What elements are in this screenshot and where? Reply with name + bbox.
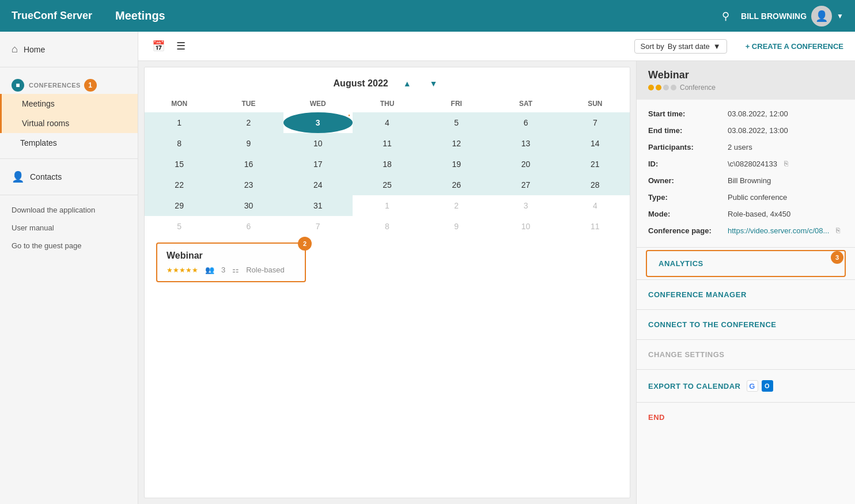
calendar-panel: August 2022 ▲ ▼ MONTUEWEDTHUFRISATSUN 12… (144, 67, 630, 498)
export-calendar-btn[interactable]: EXPORT TO CALENDAR G O (637, 372, 855, 400)
participants-count: 3 (221, 266, 225, 274)
calendar-day[interactable]: 7 (283, 216, 353, 237)
calendar-day[interactable]: 8 (145, 133, 214, 154)
list-view-btn[interactable]: ☰ (174, 37, 188, 55)
outlook-icon[interactable]: O (762, 380, 773, 392)
calendar-day[interactable]: 3 (491, 195, 560, 216)
type-value: Public conference (728, 193, 787, 202)
calendar-day[interactable]: 4 (561, 195, 630, 216)
calendar-day[interactable]: 8 (353, 216, 422, 237)
create-conference-btn[interactable]: + CREATE A CONFERENCE (746, 42, 843, 51)
calendar-week-row: 891011121314 (145, 133, 630, 154)
calendar-day[interactable]: 5 (145, 216, 214, 237)
cal-day-header: FRI (422, 95, 491, 112)
event-stars: ★★★★★ (167, 266, 198, 274)
change-settings-btn[interactable]: CHANGE SETTINGS (637, 342, 855, 367)
sidebar-item-templates[interactable]: Templates (0, 133, 138, 153)
calendar-day[interactable]: 28 (561, 175, 630, 195)
calendar-week-row: 22232425262728 (145, 175, 630, 195)
connect-btn[interactable]: CONNECT TO THE CONFERENCE (637, 312, 855, 337)
calendar-day[interactable]: 13 (491, 133, 560, 154)
calendar-day[interactable]: 5 (422, 112, 491, 133)
calendar-day[interactable]: 11 (561, 216, 630, 237)
info-row-conf-page: Conference page: https://video.server.co… (637, 222, 855, 239)
calendar-day[interactable]: 26 (422, 175, 491, 195)
calendar-prev-btn[interactable]: ▲ (400, 78, 415, 89)
divider-rp-3 (637, 309, 855, 310)
calendar-day[interactable]: 3 (283, 112, 353, 133)
avatar: 👤 (811, 6, 832, 26)
id-label: ID: (648, 160, 723, 168)
sidebar-guest-link[interactable]: Go to the guest page (0, 237, 138, 255)
calendar-day[interactable]: 2 (422, 195, 491, 216)
info-row-participants: Participants: 2 users (637, 139, 855, 156)
calendar-day[interactable]: 24 (283, 175, 353, 195)
sidebar-item-home[interactable]: ⌂ Home (0, 37, 138, 61)
google-calendar-icon[interactable]: G (747, 380, 758, 392)
analytics-badge: 3 (831, 251, 843, 264)
calendar-day[interactable]: 9 (214, 133, 283, 154)
calendar-day[interactable]: 27 (491, 175, 560, 195)
calendar-day[interactable]: 7 (561, 112, 630, 133)
copy-link-icon[interactable]: ⎘ (836, 226, 840, 234)
info-row-id: ID: \c\0828024133 ⎘ (637, 156, 855, 172)
calendar-day[interactable]: 30 (214, 195, 283, 216)
calendar-week-row: 1234567 (145, 112, 630, 133)
calendar-day[interactable]: 16 (214, 154, 283, 175)
divider-rp-4 (637, 339, 855, 340)
calendar-day[interactable]: 6 (491, 112, 560, 133)
conf-page-link[interactable]: https://video.server.com/c/08... (728, 226, 829, 235)
home-icon: ⌂ (12, 43, 18, 55)
search-icon[interactable]: ⚲ (722, 10, 729, 22)
calendar-day[interactable]: 1 (353, 195, 422, 216)
sort-control[interactable]: Sort by By start date ▼ (634, 39, 727, 54)
conferences-label: CONFERENCES (29, 82, 81, 89)
calendar-day[interactable]: 20 (491, 154, 560, 175)
sidebar-item-virtual-rooms[interactable]: Virtual rooms (0, 113, 138, 133)
analytics-btn[interactable]: ANALYTICS (646, 250, 846, 277)
calendar-day[interactable]: 31 (283, 195, 353, 216)
right-panel-subtitle: Conference (648, 84, 843, 92)
sidebar-item-contacts[interactable]: 👤 Contacts (0, 165, 138, 189)
calendar-day[interactable]: 2 (214, 112, 283, 133)
calendar-day[interactable]: 10 (283, 133, 353, 154)
calendar-day[interactable]: 23 (214, 175, 283, 195)
id-value: \c\0828024133 (728, 160, 777, 168)
conferences-section: ■ CONFERENCES 1 (0, 73, 138, 94)
mode-value: Role-based, 4x450 (728, 210, 790, 218)
calendar-day[interactable]: 1 (145, 112, 214, 133)
calendar-day[interactable]: 19 (422, 154, 491, 175)
calendar-day[interactable]: 11 (353, 133, 422, 154)
sidebar-manual-link[interactable]: User manual (0, 219, 138, 237)
calendar-day[interactable]: 22 (145, 175, 214, 195)
calendar-day[interactable]: 29 (145, 195, 214, 216)
sidebar-item-meetings[interactable]: Meetings (0, 94, 138, 113)
end-btn[interactable]: END (637, 405, 855, 430)
info-table: Start time: 03.08.2022, 12:00 End time: … (637, 100, 855, 245)
calendar-next-btn[interactable]: ▼ (426, 78, 441, 89)
divider-rp-5 (637, 369, 855, 370)
copy-id-icon[interactable]: ⎘ (784, 160, 788, 168)
calendar-week-row: 2930311234 (145, 195, 630, 216)
conf-manager-btn[interactable]: CONFERENCE MANAGER (637, 282, 855, 307)
calendar-day[interactable]: 25 (353, 175, 422, 195)
right-panel-header: Webinar Conference (637, 61, 855, 100)
calendar-day[interactable]: 12 (422, 133, 491, 154)
calendar-view-btn[interactable]: 📅 (150, 37, 167, 55)
calendar-day[interactable]: 15 (145, 154, 214, 175)
sidebar-download-link[interactable]: Download the application (0, 201, 138, 219)
divider-rp-2 (637, 279, 855, 280)
main-layout: ⌂ Home ■ CONFERENCES 1 Meetings Virtual … (0, 32, 855, 504)
event-card[interactable]: 2 Webinar ★★★★★ 👥 3 ⚏ Role-based (156, 242, 306, 282)
user-menu[interactable]: BILL BROWNING 👤 ▼ (741, 6, 843, 26)
info-row-type: Type: Public conference (637, 189, 855, 206)
calendar-day[interactable]: 18 (353, 154, 422, 175)
calendar-day[interactable]: 17 (283, 154, 353, 175)
calendar-day[interactable]: 10 (491, 216, 560, 237)
calendar-day[interactable]: 21 (561, 154, 630, 175)
calendar-day[interactable]: 14 (561, 133, 630, 154)
dot-1 (648, 85, 654, 90)
calendar-day[interactable]: 4 (353, 112, 422, 133)
calendar-day[interactable]: 9 (422, 216, 491, 237)
calendar-day[interactable]: 6 (214, 216, 283, 237)
